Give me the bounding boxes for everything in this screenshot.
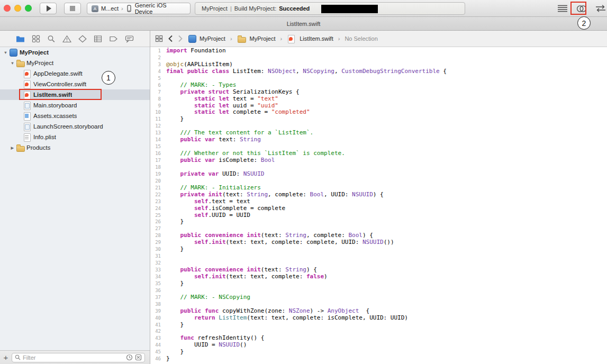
line-number[interactable]: 4 <box>150 68 166 75</box>
line-number[interactable]: 12 <box>150 123 166 130</box>
line-number[interactable]: 5 <box>150 75 166 82</box>
back-button[interactable] <box>168 35 173 42</box>
source-control-filter-icon[interactable] <box>135 354 142 361</box>
breadcrumb-group[interactable]: MyProject <box>237 34 276 43</box>
line-number[interactable]: 3 <box>150 61 166 68</box>
tab-listitem-swift[interactable]: ListItem.swift <box>287 21 321 27</box>
line-number[interactable]: 36 <box>150 287 166 294</box>
tree-item-viewcontroller-swift[interactable]: ViewController.swift <box>0 79 150 89</box>
related-items-icon[interactable] <box>155 35 163 42</box>
line-number[interactable]: 31 <box>150 253 166 260</box>
tree-item-assets-xcassets[interactable]: Assets.xcassets <box>0 111 150 121</box>
line-number[interactable]: 24 <box>150 205 166 212</box>
recent-files-clock-icon[interactable] <box>126 354 133 361</box>
line-number[interactable]: 26 <box>150 219 166 225</box>
test-navigator-icon[interactable] <box>78 35 87 43</box>
code-line[interactable]: 44 UUID = NSUUID() <box>150 342 607 349</box>
code-line[interactable]: 30 } <box>150 246 607 253</box>
line-number[interactable]: 37 <box>150 294 166 301</box>
line-number[interactable]: 11 <box>150 116 166 123</box>
tree-item-myproject[interactable]: ▼MyProject <box>0 58 150 68</box>
zoom-window-button[interactable] <box>25 5 32 12</box>
code-line[interactable]: 26 } <box>150 219 607 225</box>
code-line[interactable]: 41 } <box>150 322 607 329</box>
line-number[interactable]: 2 <box>150 54 166 61</box>
tree-item-main-storyboard[interactable]: Main.storyboard <box>0 100 150 111</box>
code-line[interactable]: 1import Foundation <box>150 48 607 54</box>
tree-item-products[interactable]: ▶Products <box>0 142 150 153</box>
line-number[interactable]: 20 <box>150 178 166 185</box>
code-line[interactable]: 34 self.init(text: text, complete: false… <box>150 274 607 280</box>
line-number[interactable]: 28 <box>150 232 166 239</box>
line-number[interactable]: 8 <box>150 96 166 103</box>
code-line[interactable]: 46} <box>150 356 607 362</box>
breakpoint-navigator-icon[interactable] <box>109 35 118 43</box>
line-number[interactable]: 16 <box>150 150 166 157</box>
line-number[interactable]: 39 <box>150 308 166 315</box>
source-editor[interactable]: 1import Foundation23@objc(AAPLListItem)4… <box>150 47 607 364</box>
line-number[interactable]: 35 <box>150 280 166 287</box>
line-number[interactable]: 41 <box>150 322 166 329</box>
standard-editor-button[interactable] <box>556 3 569 14</box>
line-number[interactable]: 38 <box>150 301 166 308</box>
tree-item-appdelegate-swift[interactable]: AppDelegate.swift <box>0 68 150 79</box>
forward-button[interactable] <box>178 35 183 42</box>
line-number[interactable]: 17 <box>150 157 166 164</box>
assistant-editor-button[interactable] <box>575 3 588 14</box>
code-line[interactable]: 40 return ListItem(text: text, complete:… <box>150 315 607 322</box>
breadcrumb-file[interactable]: ListItem.swift <box>287 34 333 43</box>
line-number[interactable]: 29 <box>150 239 166 246</box>
line-number[interactable]: 14 <box>150 136 166 143</box>
line-number[interactable]: 21 <box>150 185 166 192</box>
line-number[interactable]: 27 <box>150 225 166 232</box>
run-button[interactable] <box>40 3 57 14</box>
symbol-navigator-icon[interactable] <box>32 35 40 43</box>
line-number[interactable]: 13 <box>150 130 166 136</box>
tree-item-info-plist[interactable]: Info.plist <box>0 132 150 142</box>
disclosure-triangle[interactable]: ▶ <box>9 145 16 150</box>
minimize-window-button[interactable] <box>14 5 21 12</box>
line-number[interactable]: 15 <box>150 143 166 150</box>
line-number[interactable]: 44 <box>150 342 166 349</box>
issue-navigator-icon[interactable] <box>62 35 71 43</box>
breadcrumb-project[interactable]: MyProject <box>188 34 225 43</box>
code-line[interactable]: 14 public var text: String <box>150 136 607 143</box>
tree-item-launchscreen-storyboard[interactable]: LaunchScreen.storyboard <box>0 121 150 132</box>
line-number[interactable]: 33 <box>150 267 166 274</box>
code-line[interactable]: 17 public var isComplete: Bool <box>150 157 607 164</box>
line-number[interactable]: 45 <box>150 349 166 356</box>
line-number[interactable]: 19 <box>150 171 166 178</box>
line-number[interactable]: 1 <box>150 48 166 54</box>
filter-field[interactable]: Filter <box>12 353 145 362</box>
code-line[interactable]: 35 } <box>150 280 607 287</box>
breadcrumb-selection[interactable]: No Selection <box>345 35 377 42</box>
code-line[interactable]: 37 // MARK: - NSCopying <box>150 294 607 301</box>
tree-item-listitem-swift[interactable]: ListItem.swift <box>0 89 150 100</box>
line-number[interactable]: 23 <box>150 198 166 205</box>
line-number[interactable]: 34 <box>150 274 166 280</box>
line-number[interactable]: 6 <box>150 82 166 89</box>
line-number[interactable]: 10 <box>150 109 166 116</box>
code-line[interactable]: 25 self.UUID = UUID <box>150 212 607 219</box>
debug-navigator-icon[interactable] <box>94 35 102 43</box>
code-line[interactable]: 19 private var UUID: NSUUID <box>150 171 607 178</box>
line-number[interactable]: 40 <box>150 315 166 322</box>
scheme-selector[interactable]: A M...ect › Generic iOS Device <box>87 3 191 14</box>
code-line[interactable]: 31 <box>150 253 607 260</box>
line-number[interactable]: 43 <box>150 335 166 342</box>
add-button[interactable]: + <box>0 353 12 362</box>
code-line[interactable]: 4final public class ListItem: NSObject, … <box>150 68 607 75</box>
line-number[interactable]: 25 <box>150 212 166 219</box>
close-window-button[interactable] <box>4 5 11 12</box>
line-number[interactable]: 42 <box>150 328 166 335</box>
disclosure-triangle[interactable]: ▼ <box>9 61 16 66</box>
version-editor-button[interactable] <box>594 3 607 14</box>
disclosure-triangle[interactable]: ▼ <box>2 50 9 55</box>
line-number[interactable]: 9 <box>150 103 166 110</box>
project-navigator-icon[interactable] <box>16 35 25 43</box>
stop-button[interactable] <box>64 3 81 14</box>
code-line[interactable]: 29 self.init(text: text, complete: compl… <box>150 239 607 246</box>
line-number[interactable]: 22 <box>150 192 166 198</box>
code-line[interactable]: 45 } <box>150 349 607 356</box>
line-number[interactable]: 30 <box>150 246 166 253</box>
